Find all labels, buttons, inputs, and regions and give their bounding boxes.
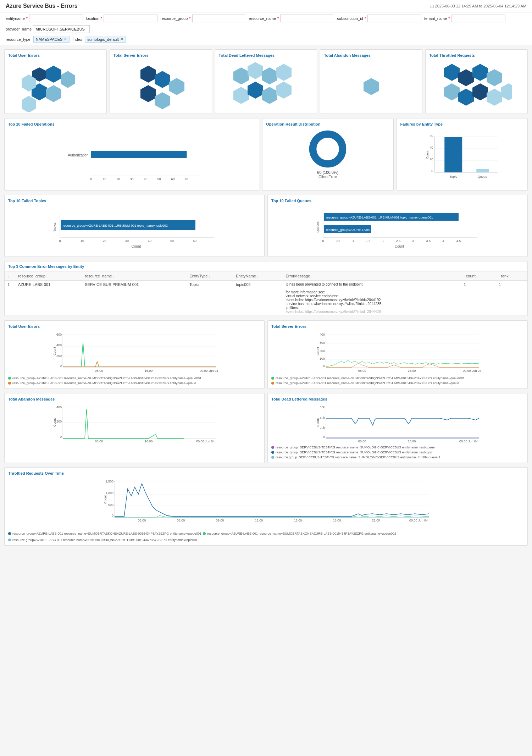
dead-lettered-ts-chart: 60k 40k 20k 0 Count 08:00: [271, 404, 524, 459]
entityname-filter: entityname *: [6, 15, 83, 22]
col-error-message[interactable]: ErrorMessage: [283, 272, 461, 281]
resource-type-tag: NAMESPACES ✕: [33, 36, 70, 43]
throttle-line-1: [115, 484, 429, 517]
dead-lettered-hexmap: [231, 60, 301, 112]
y-axis-label: Count: [316, 347, 320, 356]
col-rank[interactable]: _rank: [496, 272, 527, 281]
middle-charts-row: Top 10 Failed Operations Authorization 0…: [4, 118, 528, 191]
location-input[interactable]: [104, 15, 157, 22]
x-tick: 12:00: [255, 519, 263, 522]
hex-cell: [444, 64, 460, 81]
hex-cell: [262, 87, 277, 104]
row-error-message: ip has been prevented to connect to the …: [283, 281, 461, 316]
topics-queues-row: Top 10 Failed Topics Topics resource_gro…: [4, 195, 528, 257]
dead-lettered-ts-panel: Total Dead Lettered Messages 60k 40k 20k…: [267, 393, 528, 463]
table-row: 1 AZURE-LABS-001 SERVICE-BUS-PREMIUM-001…: [5, 281, 527, 316]
provider-name-input[interactable]: [33, 25, 90, 33]
total-user-errors-hex: [8, 60, 103, 110]
legend-dl-1: resource_group=SERVICEBUS-TEST-RG resour…: [271, 446, 524, 449]
hex-cell: [248, 82, 263, 99]
hex-cell: [233, 87, 249, 104]
abandon-ts-title: Total Abandon Messages: [8, 397, 261, 401]
entityname-input[interactable]: [29, 15, 83, 22]
col-entity-name[interactable]: EntityName: [233, 272, 283, 281]
hex-cell: [46, 85, 61, 102]
col-entity-type[interactable]: EntityType: [187, 272, 233, 281]
y-tick: 20k: [320, 426, 325, 430]
y-tick: 200: [56, 420, 62, 423]
failed-ops-chart: Authorization 0 10 20 30 40 50 60 70: [8, 130, 255, 187]
legend-text-sv-1: resource_group=AZURE-LABS-001 resource_n…: [276, 376, 465, 380]
hex-cell: [501, 83, 512, 100]
failures-entity-title: Failures by Entity Type: [400, 122, 524, 126]
total-throttled-title: Total Throttled Requests: [429, 53, 524, 57]
failures-entity-chart: 60 40 20 0 Topic Q: [400, 130, 524, 184]
filter-bar: entityname * location * resource_group *…: [0, 12, 532, 45]
x-tick: 0: [59, 239, 61, 243]
failed-topics-svg: Topics resource_group=AZURE-LABS-001 ...…: [8, 206, 261, 252]
col-resource-group[interactable]: resource_group: [15, 272, 82, 281]
hex-cell: [155, 92, 170, 109]
failures-entity-panel: Failures by Entity Type 60 40 20 0: [397, 118, 528, 191]
failed-ops-svg: Authorization 0 10 20 30 40 50 60 70: [8, 130, 255, 183]
bar-rect: [91, 151, 187, 158]
server-errors-ts-chart: 400 300 200 100 0 Count 08:00: [271, 331, 524, 385]
col-num[interactable]: [5, 272, 15, 281]
x-tick: 08:00: [95, 369, 103, 373]
honeycomb-panels-row: Total User Errors Total Server Error: [4, 49, 528, 114]
server-line-1: [326, 360, 479, 367]
donut-chart: 60 (100.0%) ClientError: [266, 129, 390, 179]
y-tick: 0: [60, 364, 62, 368]
x-label-queue: Queue: [477, 175, 487, 178]
col-resource-name[interactable]: resource_name: [82, 272, 187, 281]
resource-group-filter: resource_group *: [160, 15, 246, 22]
x-axis-label: Count: [132, 244, 141, 248]
resource-type-tag-remove[interactable]: ✕: [64, 37, 67, 42]
x-tick: 4.5: [456, 239, 461, 243]
total-abandon-hex: [324, 60, 419, 110]
throttled-ts-chart: 1,500 1,000 500 0 Count 03:00 06:00: [8, 478, 524, 542]
tenant-name-input[interactable]: [451, 15, 505, 22]
legend-dot-sv-2: [271, 382, 274, 385]
legend-dl-2: resource_group=SERVICEBUS-TEST-RG resour…: [271, 451, 524, 454]
row-entity-name: topic002: [233, 281, 283, 316]
x-tick: 40: [148, 239, 151, 243]
subscription-id-input[interactable]: [367, 15, 421, 22]
failed-queues-chart: Queues resource_group=AZURE-LABS-001 ...…: [271, 206, 524, 253]
x-tick: 2: [382, 239, 384, 243]
resource-group-input[interactable]: [192, 15, 246, 22]
total-abandon-title: Total Abandon Messages: [324, 53, 419, 57]
x-tick: 4: [442, 239, 444, 243]
hex-cell: [46, 66, 61, 83]
hex-cell: [276, 64, 292, 81]
y-axis-label: Count: [426, 150, 429, 159]
legend-text-dl-1: resource_group=SERVICEBUS-TEST-RG resour…: [276, 446, 435, 449]
failed-ops-title: Top 10 Failed Operations: [8, 122, 255, 126]
total-dead-lettered-panel: Total Dead Lettered Messages: [215, 49, 317, 114]
y-tick: 40: [430, 146, 433, 149]
y-tick: 60: [430, 134, 433, 138]
error-table: resource_group resource_name EntityType …: [5, 272, 527, 316]
legend-item-sv-1: resource_group=AZURE-LABS-001 resource_n…: [271, 376, 524, 380]
user-errors-hexmap: [22, 60, 89, 112]
bar-queue002-label: resource_group=AZURE-LABS-001 ...REMIUM-…: [326, 228, 433, 232]
line-queue: [63, 362, 216, 367]
x-tick: 15:00: [294, 519, 302, 522]
bar-queue: [476, 169, 489, 172]
index-tag-remove[interactable]: ✕: [120, 37, 123, 42]
resource-name-input[interactable]: [280, 15, 334, 22]
x-tick: 50: [157, 177, 161, 181]
total-server-errors-title: Total Server Errors: [113, 53, 208, 57]
y-tick: 0: [431, 169, 433, 173]
x-tick: 1: [352, 239, 354, 243]
page-header: Azure Service Bus - Errors ▢ 2025-06-03 …: [0, 0, 532, 12]
col-count[interactable]: _count: [461, 272, 496, 281]
y-axis-label: Count: [104, 495, 107, 504]
user-errors-ts-title: Total User Errors: [8, 324, 261, 329]
total-throttled-panel: Total Throttled Requests: [425, 49, 528, 114]
x-tick: 09:00: [216, 519, 224, 522]
abandon-ts-panel: Total Abandon Messages 400 200 0 Count 0…: [4, 393, 265, 463]
x-tick: 18:00: [333, 519, 341, 522]
y-tick: 100: [320, 357, 325, 360]
y-tick: 0: [323, 435, 325, 438]
